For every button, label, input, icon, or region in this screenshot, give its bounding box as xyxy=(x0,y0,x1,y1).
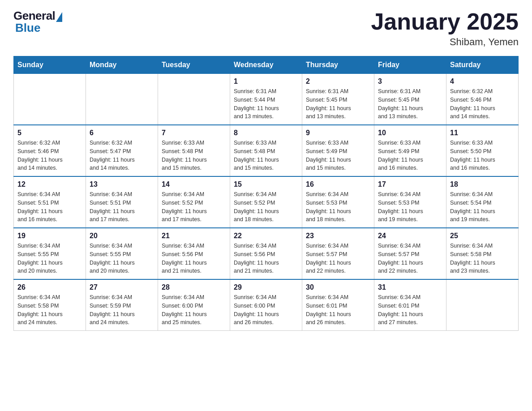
day-number: 22 xyxy=(234,232,298,240)
day-info: Sunrise: 6:33 AMSunset: 5:48 PMDaylight:… xyxy=(234,139,298,172)
calendar-cell: 27Sunrise: 6:34 AMSunset: 5:59 PMDayligh… xyxy=(86,279,158,331)
week-row-1: 1Sunrise: 6:31 AMSunset: 5:44 PMDaylight… xyxy=(14,74,519,125)
day-info: Sunrise: 6:34 AMSunset: 5:57 PMDaylight:… xyxy=(306,242,370,275)
day-info: Sunrise: 6:33 AMSunset: 5:49 PMDaylight:… xyxy=(306,139,370,172)
calendar-cell: 29Sunrise: 6:34 AMSunset: 6:00 PMDayligh… xyxy=(230,279,302,331)
calendar-cell: 15Sunrise: 6:34 AMSunset: 5:52 PMDayligh… xyxy=(230,176,302,228)
calendar-cell: 20Sunrise: 6:34 AMSunset: 5:55 PMDayligh… xyxy=(86,228,158,279)
day-number: 27 xyxy=(90,283,154,291)
day-number: 23 xyxy=(306,232,370,240)
day-number: 12 xyxy=(17,180,82,188)
calendar-table: SundayMondayTuesdayWednesdayThursdayFrid… xyxy=(13,56,519,331)
day-info: Sunrise: 6:34 AMSunset: 5:51 PMDaylight:… xyxy=(17,190,82,224)
day-number: 19 xyxy=(17,232,82,240)
day-info: Sunrise: 6:34 AMSunset: 5:59 PMDaylight:… xyxy=(90,293,154,327)
day-number: 4 xyxy=(450,77,515,86)
logo: General Blue xyxy=(13,9,62,35)
day-info: Sunrise: 6:32 AMSunset: 5:47 PMDaylight:… xyxy=(90,139,154,172)
calendar-cell: 24Sunrise: 6:34 AMSunset: 5:57 PMDayligh… xyxy=(374,228,446,279)
day-number: 5 xyxy=(17,129,82,137)
day-info: Sunrise: 6:33 AMSunset: 5:50 PMDaylight:… xyxy=(450,139,515,172)
calendar-cell: 1Sunrise: 6:31 AMSunset: 5:44 PMDaylight… xyxy=(230,74,302,125)
calendar-cell: 6Sunrise: 6:32 AMSunset: 5:47 PMDaylight… xyxy=(86,125,158,176)
calendar-cell: 13Sunrise: 6:34 AMSunset: 5:51 PMDayligh… xyxy=(86,176,158,228)
calendar-header-sunday: Sunday xyxy=(14,56,86,74)
logo-blue-text: Blue xyxy=(15,21,40,35)
day-number: 11 xyxy=(450,129,515,137)
day-number: 10 xyxy=(378,129,442,137)
day-number: 31 xyxy=(378,283,442,291)
day-info: Sunrise: 6:31 AMSunset: 5:45 PMDaylight:… xyxy=(378,87,442,121)
day-number: 16 xyxy=(306,180,370,188)
day-info: Sunrise: 6:34 AMSunset: 6:00 PMDaylight:… xyxy=(234,293,298,327)
calendar-cell: 4Sunrise: 6:32 AMSunset: 5:46 PMDaylight… xyxy=(446,74,519,125)
day-number: 21 xyxy=(162,232,226,240)
day-number: 1 xyxy=(234,77,298,86)
calendar-cell: 14Sunrise: 6:34 AMSunset: 5:52 PMDayligh… xyxy=(158,176,230,228)
day-info: Sunrise: 6:34 AMSunset: 6:01 PMDaylight:… xyxy=(306,293,370,327)
calendar-header-wednesday: Wednesday xyxy=(230,56,302,74)
title-section: January 2025 Shibam, Yemen xyxy=(371,9,519,48)
day-info: Sunrise: 6:34 AMSunset: 5:54 PMDaylight:… xyxy=(450,190,515,224)
day-number: 26 xyxy=(17,283,82,291)
calendar-cell: 22Sunrise: 6:34 AMSunset: 5:56 PMDayligh… xyxy=(230,228,302,279)
day-info: Sunrise: 6:33 AMSunset: 5:48 PMDaylight:… xyxy=(162,139,226,172)
calendar-header-monday: Monday xyxy=(86,56,158,74)
calendar-header-tuesday: Tuesday xyxy=(158,56,230,74)
calendar-header-friday: Friday xyxy=(374,56,446,74)
calendar-cell: 12Sunrise: 6:34 AMSunset: 5:51 PMDayligh… xyxy=(14,176,86,228)
calendar-title: January 2025 xyxy=(371,9,519,34)
day-number: 30 xyxy=(306,283,370,291)
day-number: 17 xyxy=(378,180,442,188)
day-info: Sunrise: 6:31 AMSunset: 5:44 PMDaylight:… xyxy=(234,87,298,121)
page-header: General Blue January 2025 Shibam, Yemen xyxy=(13,9,519,48)
calendar-cell: 18Sunrise: 6:34 AMSunset: 5:54 PMDayligh… xyxy=(446,176,519,228)
calendar-cell: 23Sunrise: 6:34 AMSunset: 5:57 PMDayligh… xyxy=(302,228,374,279)
calendar-cell xyxy=(14,74,86,125)
day-info: Sunrise: 6:34 AMSunset: 6:00 PMDaylight:… xyxy=(162,293,226,327)
day-info: Sunrise: 6:34 AMSunset: 5:58 PMDaylight:… xyxy=(450,242,515,275)
day-info: Sunrise: 6:34 AMSunset: 5:53 PMDaylight:… xyxy=(306,190,370,224)
calendar-cell: 10Sunrise: 6:33 AMSunset: 5:49 PMDayligh… xyxy=(374,125,446,176)
calendar-cell: 7Sunrise: 6:33 AMSunset: 5:48 PMDaylight… xyxy=(158,125,230,176)
calendar-cell: 31Sunrise: 6:34 AMSunset: 6:01 PMDayligh… xyxy=(374,279,446,331)
calendar-header-row: SundayMondayTuesdayWednesdayThursdayFrid… xyxy=(14,56,519,74)
calendar-cell: 25Sunrise: 6:34 AMSunset: 5:58 PMDayligh… xyxy=(446,228,519,279)
day-number: 15 xyxy=(234,180,298,188)
calendar-cell: 26Sunrise: 6:34 AMSunset: 5:58 PMDayligh… xyxy=(14,279,86,331)
day-info: Sunrise: 6:34 AMSunset: 5:58 PMDaylight:… xyxy=(17,293,82,327)
day-number: 7 xyxy=(162,129,226,137)
day-number: 3 xyxy=(378,77,442,86)
day-info: Sunrise: 6:34 AMSunset: 5:53 PMDaylight:… xyxy=(378,190,442,224)
day-info: Sunrise: 6:32 AMSunset: 5:46 PMDaylight:… xyxy=(450,87,515,121)
day-number: 25 xyxy=(450,232,515,240)
day-number: 18 xyxy=(450,180,515,188)
day-number: 9 xyxy=(306,129,370,137)
week-row-3: 12Sunrise: 6:34 AMSunset: 5:51 PMDayligh… xyxy=(14,176,519,228)
logo-triangle-icon xyxy=(56,12,62,22)
day-number: 14 xyxy=(162,180,226,188)
calendar-cell: 9Sunrise: 6:33 AMSunset: 5:49 PMDaylight… xyxy=(302,125,374,176)
calendar-cell: 17Sunrise: 6:34 AMSunset: 5:53 PMDayligh… xyxy=(374,176,446,228)
calendar-cell: 30Sunrise: 6:34 AMSunset: 6:01 PMDayligh… xyxy=(302,279,374,331)
week-row-5: 26Sunrise: 6:34 AMSunset: 5:58 PMDayligh… xyxy=(14,279,519,331)
day-number: 2 xyxy=(306,77,370,86)
day-number: 13 xyxy=(90,180,154,188)
calendar-cell: 21Sunrise: 6:34 AMSunset: 5:56 PMDayligh… xyxy=(158,228,230,279)
calendar-subtitle: Shibam, Yemen xyxy=(371,36,519,48)
day-number: 28 xyxy=(162,283,226,291)
day-info: Sunrise: 6:34 AMSunset: 5:57 PMDaylight:… xyxy=(378,242,442,275)
calendar-cell: 5Sunrise: 6:32 AMSunset: 5:46 PMDaylight… xyxy=(14,125,86,176)
calendar-header-thursday: Thursday xyxy=(302,56,374,74)
calendar-cell: 3Sunrise: 6:31 AMSunset: 5:45 PMDaylight… xyxy=(374,74,446,125)
day-number: 20 xyxy=(90,232,154,240)
day-info: Sunrise: 6:34 AMSunset: 5:56 PMDaylight:… xyxy=(162,242,226,275)
day-number: 29 xyxy=(234,283,298,291)
day-info: Sunrise: 6:34 AMSunset: 5:52 PMDaylight:… xyxy=(234,190,298,224)
day-info: Sunrise: 6:32 AMSunset: 5:46 PMDaylight:… xyxy=(17,139,82,172)
calendar-cell xyxy=(158,74,230,125)
day-number: 8 xyxy=(234,129,298,137)
day-info: Sunrise: 6:31 AMSunset: 5:45 PMDaylight:… xyxy=(306,87,370,121)
calendar-cell: 28Sunrise: 6:34 AMSunset: 6:00 PMDayligh… xyxy=(158,279,230,331)
week-row-4: 19Sunrise: 6:34 AMSunset: 5:55 PMDayligh… xyxy=(14,228,519,279)
